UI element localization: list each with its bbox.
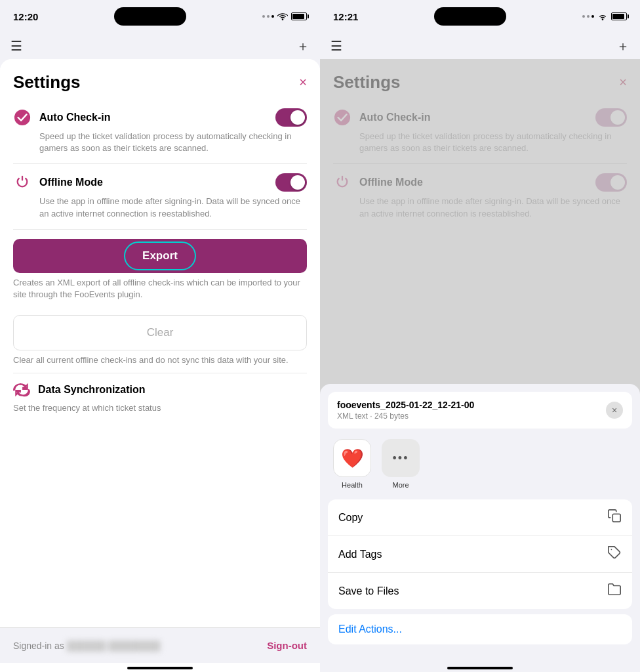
app-bar-right: ☰ ＋ <box>320 33 640 59</box>
more-app-item[interactable]: ••• More <box>382 439 420 489</box>
signed-in-text-left: Signed-in as ██████ ████████ <box>13 640 160 651</box>
settings-title-left: Settings <box>13 72 81 93</box>
sync-icon-left <box>13 383 30 397</box>
status-bar-left: 12:20 <box>0 0 320 33</box>
home-indicator-right <box>447 667 513 669</box>
close-button-left[interactable]: × <box>299 75 307 90</box>
folder-icon <box>607 582 622 600</box>
status-bar-right: 12:21 <box>320 0 640 33</box>
battery-icon-left <box>291 12 307 20</box>
save-to-files-label: Save to Files <box>338 585 399 597</box>
offline-mode-desc-left: Use the app in offline mode after signin… <box>13 196 307 219</box>
checkin-icon-left <box>13 108 31 127</box>
svg-point-0 <box>14 110 30 125</box>
auto-checkin-desc-left: Speed up the ticket validation process b… <box>13 131 307 154</box>
data-sync-label-left: Data Synchronization <box>38 384 146 396</box>
apps-row: ❤️ Health ••• More <box>320 429 640 494</box>
wifi-icon-left <box>277 12 288 20</box>
home-indicator-left <box>127 667 193 669</box>
wifi-icon-right <box>597 12 608 20</box>
left-phone: 12:20 ☰ ＋ Settings × <box>0 0 320 672</box>
time-right: 12:21 <box>333 11 358 22</box>
sign-out-button-left[interactable]: Sign-out <box>267 640 307 651</box>
right-content-area: Settings × Auto Check-in <box>320 59 640 663</box>
more-app-label: More <box>392 481 409 489</box>
clear-desc-left: Clear all current offline check-ins and … <box>0 350 320 373</box>
settings-sheet-left: Settings × Auto Check-in <box>0 59 320 672</box>
add-icon-left: ＋ <box>296 37 310 55</box>
offline-mode-label-left: Offline Mode <box>39 177 103 188</box>
edit-actions-label: Edit Actions... <box>338 623 402 635</box>
health-app-icon: ❤️ <box>333 439 371 477</box>
notch-left <box>114 7 186 26</box>
auto-checkin-row-left: Auto Check-in Speed up the ticket valida… <box>0 99 320 163</box>
health-app-item[interactable]: ❤️ Health <box>333 439 371 489</box>
file-info: fooevents_2025-01-22_12-21-00 XML text ·… <box>337 400 474 421</box>
file-attachment: fooevents_2025-01-22_12-21-00 XML text ·… <box>328 392 632 429</box>
right-phone: 12:21 ☰ ＋ Settings × <box>320 0 640 672</box>
data-sync-desc-left: Set the frequency at which ticket status <box>0 402 320 419</box>
menu-icon-right: ☰ <box>330 38 342 54</box>
divider-2-left <box>13 229 307 230</box>
more-app-icon: ••• <box>382 439 420 477</box>
offline-mode-row-left: Offline Mode Use the app in offline mode… <box>0 164 320 228</box>
health-app-label: Health <box>342 481 363 489</box>
file-name: fooevents_2025-01-22_12-21-00 <box>337 400 474 410</box>
add-tags-label: Add Tags <box>338 549 382 560</box>
file-close-button[interactable]: × <box>606 402 623 419</box>
copy-label: Copy <box>338 512 363 524</box>
svg-rect-2 <box>612 514 620 522</box>
file-meta: XML text · 245 bytes <box>337 411 474 421</box>
export-highlight <box>124 242 196 270</box>
sheet-content-left: Auto Check-in Speed up the ticket valida… <box>0 99 320 627</box>
status-icons-right <box>582 12 627 20</box>
edit-actions-section: Edit Actions... <box>328 614 632 644</box>
tag-icon <box>607 545 622 563</box>
export-desc-left: Creates an XML export of all offline che… <box>0 273 320 307</box>
copy-action[interactable]: Copy <box>328 499 632 536</box>
time-left: 12:20 <box>13 11 38 22</box>
data-sync-row-left: Data Synchronization <box>0 373 320 402</box>
signal-right <box>582 15 594 18</box>
copy-icon <box>607 509 622 526</box>
add-tags-action[interactable]: Add Tags <box>328 536 632 572</box>
clear-button-left[interactable]: Clear <box>13 315 307 350</box>
share-sheet: fooevents_2025-01-22_12-21-00 XML text ·… <box>320 384 640 663</box>
power-icon-left <box>13 173 31 192</box>
menu-icon-left: ☰ <box>10 38 22 54</box>
sheet-header-left: Settings × <box>0 59 320 99</box>
user-name-left: ██████ ████████ <box>67 640 161 651</box>
app-bar-left: ☰ ＋ <box>0 33 320 59</box>
auto-checkin-label-left: Auto Check-in <box>39 112 110 123</box>
add-icon-right: ＋ <box>616 37 630 55</box>
export-button-left[interactable]: Export <box>13 239 307 273</box>
action-list: Copy Add Tags <box>328 499 632 609</box>
auto-checkin-toggle-left[interactable] <box>275 108 307 127</box>
save-to-files-action[interactable]: Save to Files <box>328 572 632 609</box>
battery-icon-right <box>611 12 627 20</box>
offline-mode-toggle-left[interactable] <box>275 173 307 192</box>
signal-left <box>262 15 274 18</box>
bottom-bar-left: Signed-in as ██████ ████████ Sign-out <box>0 627 320 663</box>
notch-right <box>434 7 506 26</box>
edit-actions-item[interactable]: Edit Actions... <box>328 614 632 644</box>
status-icons-left <box>262 12 307 20</box>
